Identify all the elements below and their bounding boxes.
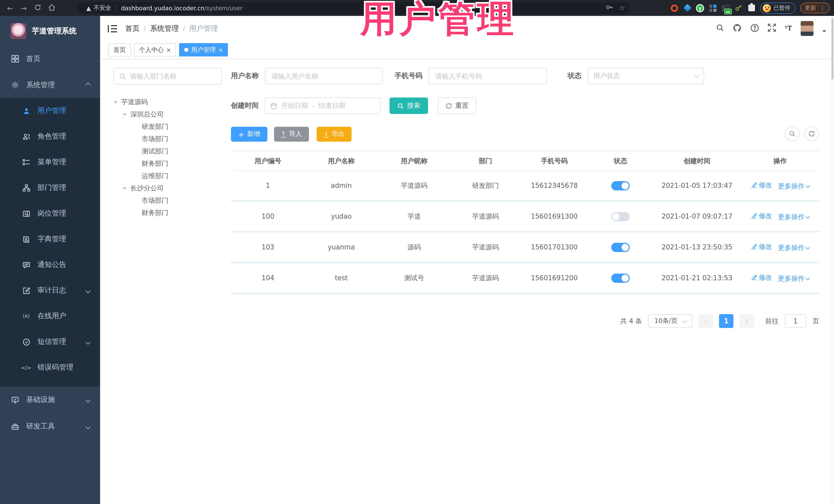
tab-home[interactable]: 首页 — [108, 43, 131, 57]
status-toggle[interactable] — [611, 242, 630, 252]
sidebar-item-users[interactable]: 用户管理 — [0, 98, 100, 124]
tree-expand-icon[interactable] — [123, 113, 127, 116]
close-icon[interactable]: × — [218, 47, 223, 52]
more-actions-link[interactable]: 更多操作 — [778, 274, 809, 283]
edit-link[interactable]: 修改 — [751, 211, 772, 220]
tree-expand-icon[interactable] — [123, 187, 127, 190]
forward-icon[interactable]: → — [17, 4, 31, 12]
breadcrumb-home[interactable]: 首页 — [125, 24, 139, 33]
column-header[interactable]: 手机号码 — [521, 156, 588, 166]
extension-y-icon[interactable]: y — [696, 4, 704, 12]
home-icon[interactable] — [45, 4, 59, 12]
sidebar-item-home[interactable]: 首页 — [0, 46, 100, 72]
current-page-button[interactable]: 1 — [719, 314, 733, 328]
browser-update-button[interactable]: 更新 ⋮ — [800, 3, 830, 13]
tree-expand-icon[interactable] — [113, 101, 117, 104]
extension-ubuntu-icon[interactable] — [670, 4, 679, 12]
column-header[interactable]: 状态 — [588, 156, 653, 166]
sidebar-item-posts[interactable]: 岗位管理 — [0, 201, 100, 226]
breadcrumb-system[interactable]: 系统管理 — [150, 24, 179, 33]
sidebar-item-notice[interactable]: 通知公告 — [0, 252, 100, 278]
export-button[interactable]: ↓导出 — [317, 127, 352, 141]
column-header[interactable]: 操作 — [741, 156, 819, 166]
column-header[interactable]: 用户名称 — [305, 156, 378, 166]
more-actions-link[interactable]: 更多操作 — [778, 212, 809, 221]
edit-link[interactable]: 修改 — [751, 180, 772, 190]
date-range-picker[interactable]: 开始日期 - 结束日期 — [265, 97, 381, 114]
extension-key-icon[interactable] — [734, 4, 743, 12]
search-button[interactable]: 搜索 — [390, 97, 428, 114]
tree-node[interactable]: 长沙分公司 — [113, 182, 222, 195]
tree-node[interactable]: 测试部门 — [113, 145, 222, 158]
toggle-search-button[interactable] — [785, 126, 799, 141]
sidebar-item-sms[interactable]: 短信管理 — [0, 329, 100, 355]
tree-node[interactable]: 财务部门 — [113, 207, 222, 219]
column-header[interactable]: 用户编号 — [231, 156, 305, 166]
department-search[interactable] — [113, 68, 222, 85]
page-size-select[interactable]: 10条/页 — [648, 314, 692, 328]
user-avatar[interactable] — [800, 21, 813, 36]
fullscreen-icon[interactable] — [768, 24, 776, 34]
more-actions-link[interactable]: 更多操作 — [778, 181, 809, 191]
mobile-input[interactable] — [429, 68, 547, 84]
import-button[interactable]: ↑导入 — [274, 127, 309, 141]
edit-link[interactable]: 修改 — [751, 273, 772, 282]
more-actions-link[interactable]: 更多操作 — [778, 243, 809, 252]
profile-paused-badge[interactable]: 已暂停 — [760, 2, 795, 14]
avatar-dropdown-caret-icon[interactable] — [822, 30, 826, 32]
extension-grid-icon[interactable] — [709, 4, 717, 12]
bookmark-star-icon[interactable]: ☆ — [619, 4, 625, 12]
column-header[interactable]: 部门 — [451, 156, 521, 166]
reset-button[interactable]: 重置 — [438, 97, 476, 114]
sidebar-item-dict[interactable]: 字典管理 — [0, 226, 100, 252]
department-search-input[interactable] — [130, 72, 216, 80]
status-toggle[interactable] — [611, 181, 630, 190]
status-toggle[interactable] — [611, 273, 630, 283]
sidebar-item-error-codes[interactable]: </> 错误码管理 — [0, 355, 100, 380]
refresh-button[interactable] — [804, 126, 819, 141]
tree-node[interactable]: 财务部门 — [113, 158, 222, 170]
address-bar[interactable]: ▲ 不安全 dashboard.yudao.iocoder.cn /system… — [77, 2, 630, 14]
sidebar-item-system[interactable]: 系统管理 — [0, 72, 100, 98]
next-page-button[interactable]: › — [740, 314, 754, 328]
scrollbar-thumb[interactable] — [831, 18, 833, 80]
tree-node[interactable]: 市场部门 — [113, 133, 222, 145]
column-header[interactable]: 用户昵称 — [378, 156, 451, 166]
tree-node[interactable]: 运维部门 — [113, 170, 222, 182]
username-input[interactable] — [265, 68, 383, 84]
app-logo-row[interactable]: 芋道管理系统 — [0, 16, 100, 46]
sidebar-item-audit-log[interactable]: 审计日志 — [0, 278, 100, 303]
goto-page-input[interactable] — [785, 314, 806, 328]
status-toggle[interactable] — [611, 212, 630, 221]
tab-profile[interactable]: 个人中心 × — [134, 43, 176, 57]
sidebar-item-depts[interactable]: 部门管理 — [0, 175, 100, 201]
tree-node[interactable]: 芋道源码 — [113, 96, 222, 108]
edit-link[interactable]: 修改 — [751, 242, 772, 251]
github-icon[interactable] — [733, 23, 742, 34]
close-icon[interactable]: × — [166, 47, 171, 52]
add-button[interactable]: +新增 — [231, 127, 267, 141]
key-icon[interactable] — [606, 4, 613, 12]
sidebar-item-menus[interactable]: 菜单管理 — [0, 149, 100, 175]
column-header[interactable]: 创建时间 — [653, 156, 741, 166]
status-select[interactable]: 用户状态 — [588, 68, 704, 84]
tree-node[interactable]: 市场部门 — [113, 195, 222, 207]
tree-node[interactable]: 深圳总公司 — [113, 108, 222, 120]
tab-user-management[interactable]: 用户管理 × — [179, 43, 228, 57]
header-search-icon[interactable] — [716, 24, 724, 34]
sidebar-item-infrastructure[interactable]: 基础设施 — [0, 387, 100, 413]
collapse-sidebar-icon[interactable] — [108, 25, 117, 32]
help-icon[interactable] — [750, 23, 759, 34]
extension-puzzle-icon[interactable] — [747, 4, 755, 12]
extension-on-icon[interactable]: on — [722, 4, 730, 12]
reload-icon[interactable] — [31, 4, 45, 12]
back-icon[interactable]: ← — [3, 4, 17, 12]
sidebar-item-dev-tools[interactable]: 研发工具 — [0, 413, 100, 440]
extension-gem-icon[interactable] — [683, 4, 691, 12]
tree-node[interactable]: 研发部门 — [113, 120, 222, 133]
browser-menu-icon[interactable]: ⋮ — [820, 5, 825, 11]
sidebar-item-roles[interactable]: 角色管理 — [0, 124, 100, 149]
page-scrollbar[interactable] — [831, 16, 834, 504]
sidebar-item-online-users[interactable]: (A) 在线用户 — [0, 303, 100, 329]
prev-page-button[interactable]: ‹ — [699, 314, 713, 328]
